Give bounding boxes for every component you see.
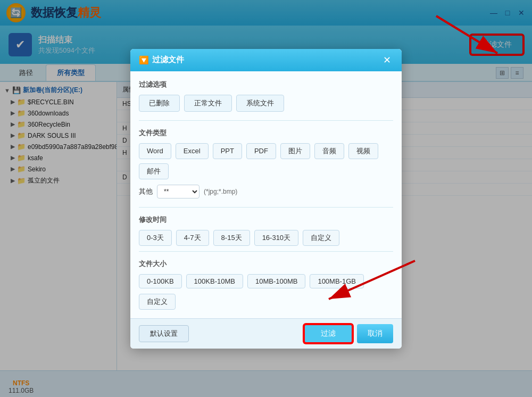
- divider-size: [139, 251, 393, 252]
- time-8-15-button[interactable]: 8-15天: [213, 230, 250, 246]
- section-size-label: 文件大小: [139, 259, 393, 269]
- time-16-310-button[interactable]: 16-310天: [254, 230, 298, 246]
- default-settings-button[interactable]: 默认设置: [139, 325, 189, 342]
- section-time-label: 修改时间: [139, 215, 393, 225]
- time-custom-button[interactable]: 自定义: [303, 230, 339, 246]
- filetype-pdf-button[interactable]: PDF: [246, 143, 276, 159]
- divider-time: [139, 207, 393, 208]
- modal-header: 🔽 过滤文件 ✕: [130, 49, 402, 71]
- filetype-ppt-button[interactable]: PPT: [213, 143, 242, 159]
- size-100kb-10mb-button[interactable]: 100KB-10MB: [186, 274, 243, 288]
- filetype-grid: Word Excel PPT PDF 图片 音频 视频 邮件: [139, 143, 393, 179]
- modal-action-buttons: 过滤 取消: [304, 324, 393, 343]
- time-4-7-button[interactable]: 4-7天: [176, 230, 209, 246]
- modal-footer: 默认设置 过滤 取消: [130, 318, 402, 349]
- filter-modal: 🔽 过滤文件 ✕ 过滤选项 已删除 正常文件 系统文件 文件类型 Word Ex…: [130, 49, 402, 349]
- modal-close-button[interactable]: ✕: [381, 54, 393, 66]
- filetype-word-button[interactable]: Word: [139, 143, 171, 159]
- size-custom-button[interactable]: 自定义: [139, 294, 176, 310]
- filetype-excel-button[interactable]: Excel: [176, 143, 209, 159]
- size-options-group: 0-100KB 100KB-10MB 10MB-100MB 100MB-1GB: [139, 274, 393, 288]
- confirm-filter-button[interactable]: 过滤: [304, 324, 353, 343]
- section-filetype-label: 文件类型: [139, 128, 393, 138]
- modal-body: 过滤选项 已删除 正常文件 系统文件 文件类型 Word Excel PPT P…: [130, 71, 402, 318]
- divider-filetype: [139, 120, 393, 121]
- cancel-filter-button[interactable]: 取消: [357, 324, 393, 343]
- other-ext: (*jpg;*.bmp): [204, 188, 237, 195]
- system-filter-button[interactable]: 系统文件: [236, 95, 284, 112]
- modal-overlay: 🔽 过滤文件 ✕ 过滤选项 已删除 正常文件 系统文件 文件类型 Word Ex…: [0, 0, 532, 397]
- time-options-group: 0-3天 4-7天 8-15天 16-310天 自定义: [139, 230, 393, 246]
- time-0-3-button[interactable]: 0-3天: [139, 230, 172, 246]
- filetype-video-button[interactable]: 视频: [348, 143, 378, 159]
- filter-icon: 🔽: [139, 55, 149, 65]
- section-filter-label: 过滤选项: [139, 80, 393, 89]
- other-label: 其他: [139, 187, 153, 196]
- size-custom-row: 自定义: [139, 294, 393, 310]
- deleted-filter-button[interactable]: 已删除: [139, 95, 180, 112]
- size-100mb-1gb-button[interactable]: 100MB-1GB: [310, 274, 364, 288]
- modal-title: 🔽 过滤文件: [139, 55, 184, 65]
- normal-filter-button[interactable]: 正常文件: [184, 95, 232, 112]
- size-10mb-100mb-button[interactable]: 10MB-100MB: [247, 274, 305, 288]
- size-0-100kb-button[interactable]: 0-100KB: [139, 274, 182, 288]
- filetype-image-button[interactable]: 图片: [280, 143, 310, 159]
- filetype-email-button[interactable]: 邮件: [139, 163, 169, 179]
- filetype-audio-button[interactable]: 音频: [314, 143, 344, 159]
- filetype-other-row: 其他 ** (*jpg;*.bmp): [139, 185, 393, 198]
- other-type-select[interactable]: **: [157, 185, 200, 198]
- filter-options-group: 已删除 正常文件 系统文件: [139, 95, 393, 112]
